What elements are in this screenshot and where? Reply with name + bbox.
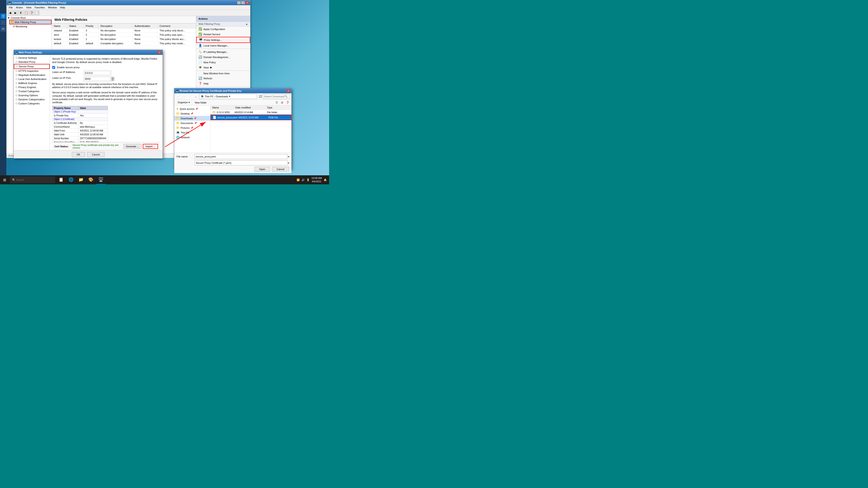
browse-nav-network[interactable]: 🌐 Network bbox=[174, 135, 210, 140]
maximize-button[interactable]: □ bbox=[241, 1, 245, 4]
taskbar-mmc[interactable]: 🖥️ bbox=[96, 175, 106, 184]
generate-button[interactable]: Generate ... bbox=[123, 144, 142, 149]
new-folder-button[interactable]: New folder bbox=[193, 101, 209, 105]
proxy-nav-standard-proxy[interactable]: Standard Proxy bbox=[14, 60, 50, 64]
list-item[interactable]: 📄 secure_proxy.pem 4/6/2021 10:03 AM PEM… bbox=[211, 115, 291, 120]
proxy-nav-general-settings[interactable]: General Settings bbox=[14, 56, 50, 60]
tree-web-filtering-proxy[interactable]: 📶 Web Filtering Proxy bbox=[9, 20, 52, 24]
file-name-dropdown-icon[interactable]: ▾ bbox=[288, 156, 289, 158]
actions-collapse-icon[interactable]: ▲ bbox=[246, 23, 248, 25]
proxy-dialog-close[interactable]: ✕ bbox=[158, 51, 161, 54]
action-item-refresh[interactable]: 🔄 Refresh bbox=[196, 76, 250, 81]
taskbar-explorer[interactable]: 📁 bbox=[76, 175, 86, 184]
col-name-header[interactable]: Name bbox=[212, 106, 235, 109]
spin-down[interactable]: ▼ bbox=[111, 79, 114, 81]
taskbar-clock[interactable]: 10:08 AM 4/6/2021 bbox=[311, 176, 322, 184]
notification-icon[interactable]: 🔔 bbox=[324, 178, 327, 182]
browse-nav-pictures[interactable]: 📁 Pictures 📌 bbox=[174, 125, 210, 130]
table-row[interactable]: strict Enabled 2 No decryption None This… bbox=[52, 33, 196, 37]
organize-button[interactable]: Organize ▾ bbox=[176, 100, 192, 105]
proxy-nav-local-user-authentication[interactable]: Local User Authentication bbox=[14, 77, 50, 81]
cell-decryption: No decryption bbox=[98, 29, 133, 33]
menu-action[interactable]: Action bbox=[15, 6, 24, 9]
menu-favorites[interactable]: Favorites bbox=[33, 6, 46, 9]
enable-proxy-checkbox[interactable] bbox=[52, 66, 55, 69]
action-label: View bbox=[204, 66, 209, 69]
listen-port-input[interactable] bbox=[84, 76, 111, 81]
proxy-nav-secure-proxy[interactable]: Secure Proxy bbox=[14, 64, 50, 69]
col-type-header[interactable]: Type bbox=[267, 106, 289, 109]
start-button[interactable]: ⊞ bbox=[0, 175, 9, 184]
breadcrumb-expand[interactable]: ▾ bbox=[229, 95, 230, 98]
view-list-button[interactable]: ☰ bbox=[274, 100, 279, 105]
proxy-cancel-button[interactable]: Cancel bbox=[87, 152, 104, 157]
action-item-new-policy[interactable]: 📄 New Policy bbox=[196, 60, 250, 65]
proxy-nav-custom-categories[interactable]: Custom Categories bbox=[14, 101, 50, 105]
sidebar-icon-mic[interactable]: Mi bbox=[0, 26, 6, 32]
proxy-nav-dynamic-categorization[interactable]: Dynamic Categorization bbox=[14, 97, 50, 101]
toolbar-up[interactable]: ⬆ bbox=[18, 10, 23, 15]
taskbar-task-view[interactable]: 📋 bbox=[56, 175, 66, 184]
search-input[interactable] bbox=[264, 95, 284, 98]
menu-view[interactable]: View bbox=[25, 6, 33, 9]
action-item-ip-labeling-manager...[interactable]: 🏷️ IP Labeling Manager... bbox=[196, 49, 250, 55]
close-button[interactable]: ✕ bbox=[245, 1, 249, 4]
action-item-domain-recategorizer...[interactable]: 🔄 Domain Recategorizer... bbox=[196, 55, 250, 60]
browse-cancel-button[interactable]: Cancel bbox=[272, 167, 289, 172]
taskbar-search[interactable]: 🔍 bbox=[10, 176, 55, 183]
action-item-view[interactable]: 👁️ View ▶ bbox=[196, 65, 250, 70]
browse-nav-quick-access[interactable]: ★ Quick access 📌 bbox=[174, 106, 210, 111]
toolbar-forward[interactable]: ▶ bbox=[13, 10, 18, 15]
open-button[interactable]: Open bbox=[254, 167, 270, 172]
action-item-help[interactable]: ❓ Help bbox=[196, 81, 250, 86]
menu-file[interactable]: File bbox=[7, 6, 14, 9]
nav-refresh[interactable]: 🔄 bbox=[259, 95, 262, 98]
browse-close[interactable]: ✕ bbox=[286, 89, 290, 92]
nav-recent-button[interactable]: ⌄ bbox=[193, 94, 198, 99]
browse-nav-downloads[interactable]: 📁 Downloads 📌 bbox=[174, 116, 210, 121]
browse-nav-this-pc[interactable]: 💻 This PC bbox=[174, 130, 210, 135]
proxy-nav-privacy-engines[interactable]: Privacy Engines bbox=[14, 85, 50, 89]
toolbar-back[interactable]: ◀ bbox=[7, 10, 12, 15]
proxy-nav-negotiate-authentication[interactable]: Negotiate Authentication bbox=[14, 73, 50, 77]
taskbar-browser[interactable]: 🌐 bbox=[66, 175, 76, 184]
menu-window[interactable]: Window bbox=[46, 6, 58, 9]
action-item-restart-service[interactable]: ✅ Restart Service bbox=[196, 32, 250, 37]
table-row[interactable]: default Enabled default Complete decrypt… bbox=[52, 41, 196, 46]
proxy-nav-adblock-engines[interactable]: AdBlock Engines bbox=[14, 81, 50, 85]
menu-help[interactable]: Help bbox=[59, 6, 66, 9]
tree-monitoring[interactable]: ⊙ Monitoring bbox=[12, 24, 52, 28]
nav-back-button[interactable]: ← bbox=[176, 94, 181, 99]
taskbar-search-input[interactable] bbox=[16, 178, 53, 181]
action-item-proxy-settings...[interactable]: 🖥️ Proxy Settings... bbox=[196, 37, 250, 43]
import-button[interactable]: Import ... bbox=[143, 144, 158, 149]
browse-nav-desktop[interactable]: 📁 Desktop 📌 bbox=[174, 111, 210, 116]
list-item[interactable]: 📁 0.12.0.3291 4/6/2021 8:14 AM File fold… bbox=[211, 110, 291, 115]
sidebar-icon-ms[interactable]: MS bbox=[0, 20, 6, 25]
ok-button[interactable]: OK bbox=[72, 152, 85, 157]
proxy-nav-scanning-options[interactable]: Scanning Options bbox=[14, 93, 50, 97]
proxy-nav-trusted-categories[interactable]: Trusted Categories bbox=[14, 89, 50, 93]
view-help-button[interactable]: ❓ bbox=[285, 100, 290, 105]
table-row[interactable]: relaxed Enabled 3 No decryption None Thi… bbox=[52, 29, 196, 33]
nav-forward-button[interactable]: → bbox=[182, 94, 186, 99]
col-date-header[interactable]: Date modified bbox=[235, 106, 267, 109]
table-row[interactable]: locked Enabled 1 No decryption None This… bbox=[52, 37, 196, 41]
tree-console-root[interactable]: ▼ Console Root bbox=[6, 16, 52, 20]
proxy-nav-https-inspection[interactable]: HTTPS Inspection bbox=[14, 69, 50, 73]
browse-nav-documents[interactable]: 📁 Documents 📌 bbox=[174, 121, 210, 125]
toolbar-extra[interactable]: 📑 bbox=[35, 10, 39, 15]
sidebar-icon-recycle[interactable]: 🗑️ bbox=[0, 13, 6, 19]
spin-up[interactable]: ▲ bbox=[111, 77, 114, 79]
toolbar-show-hide[interactable]: 📋 bbox=[24, 10, 29, 15]
view-tile-button[interactable]: ⊞ bbox=[280, 100, 285, 105]
action-item-new-window-from-here[interactable]: New Window from Here bbox=[196, 71, 250, 76]
toolbar-help[interactable]: ❓ bbox=[29, 10, 34, 15]
action-item-apply-configuration[interactable]: ✅ Apply Configuration bbox=[196, 26, 250, 32]
nav-up-button[interactable]: ↑ bbox=[187, 94, 192, 99]
taskbar-paint[interactable]: 🎨 bbox=[86, 175, 96, 184]
listen-ip-input[interactable] bbox=[84, 71, 111, 75]
file-type-dropdown-icon[interactable]: ▾ bbox=[288, 162, 289, 164]
minimize-button[interactable]: ─ bbox=[237, 1, 241, 4]
action-item-local-users-manager...[interactable]: 👤 Local Users Manager... bbox=[196, 43, 250, 48]
